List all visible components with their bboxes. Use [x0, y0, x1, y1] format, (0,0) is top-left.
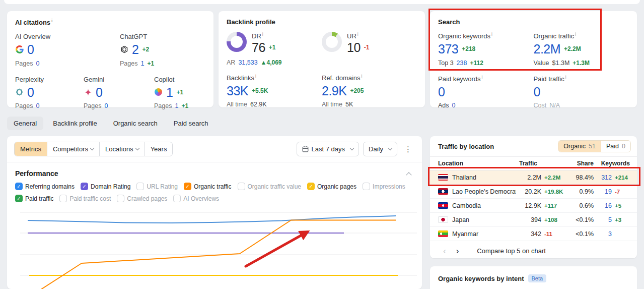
- info-icon[interactable]: i: [262, 32, 263, 37]
- ref-domains-count[interactable]: 2.9K: [322, 84, 346, 97]
- cambodia-flag-icon: [438, 202, 448, 209]
- ads-count[interactable]: 0: [452, 102, 456, 109]
- keywords-count-link[interactable]: 312: [594, 174, 612, 181]
- tab-general[interactable]: General: [7, 117, 43, 130]
- dr-donut-chart: [227, 32, 247, 52]
- chevron-down-icon: [388, 146, 392, 150]
- perplexity-metric: Perplexity 0 Pages0: [15, 76, 84, 109]
- paid-traffic-metric: Paid traffici 0 CostN/A: [534, 75, 629, 109]
- tab-organic-search[interactable]: Organic search: [107, 117, 164, 130]
- info-icon[interactable]: i: [357, 32, 359, 37]
- copilot-logo-icon: [154, 88, 163, 96]
- next-page-arrow[interactable]: ›: [451, 247, 464, 255]
- chatgpt-count[interactable]: 2: [132, 43, 138, 56]
- keywords-by-intent-card: Organic keywords by intent Beta: [430, 266, 637, 289]
- backlinks-metric: Backlinksi 33K+5.5K All time62.9K: [227, 74, 322, 108]
- ur-donut-chart: [322, 32, 342, 52]
- domain-rating-metric: DRi 76+1: [227, 32, 322, 54]
- ai-citations-card: AI citationsi AI Overview 0 Pages0 ChatG…: [7, 11, 213, 107]
- backlink-profile-card: Backlink profile DRi 76+1 URi 10-1 AR 31…: [219, 11, 425, 107]
- keywords-count-link[interactable]: 19: [594, 188, 612, 195]
- backlinks-count[interactable]: 33K: [227, 84, 248, 97]
- checkbox-domain-rating[interactable]: ✓Domain Rating: [81, 183, 130, 190]
- calendar-icon: [302, 146, 309, 152]
- copilot-metric: Copilot 1 +1 Pages1+1: [154, 76, 205, 109]
- dimension-segmented-control: Metrics Competitors Locations Years: [14, 142, 173, 156]
- search-card: Search Organic keywordsi 373+218 Top 323…: [430, 11, 637, 107]
- keywords-count-link[interactable]: 3: [594, 230, 612, 238]
- more-options-kebab-icon[interactable]: ⋮: [401, 144, 415, 155]
- chevron-down-icon: [90, 146, 94, 150]
- paid-traffic-count[interactable]: 0: [534, 85, 540, 98]
- checkbox-impressions[interactable]: Impressions: [363, 183, 405, 190]
- ahrefs-rank-value[interactable]: 31,533: [238, 59, 257, 66]
- table-row-japan[interactable]: Japan 394 +108 <0.1% 5 +3: [430, 213, 637, 227]
- paid-keywords-metric: Paid keywordsi 0 Ads0: [438, 75, 534, 109]
- chevron-down-icon: [135, 146, 139, 150]
- years-filter-button[interactable]: Years: [145, 142, 173, 156]
- granularity-button[interactable]: Daily: [363, 142, 397, 156]
- table-row-laos[interactable]: Lao People's Democratic Reput 20.2K +19.…: [430, 185, 637, 199]
- pages-count[interactable]: 0: [36, 60, 39, 67]
- gemini-count[interactable]: 0: [96, 86, 102, 99]
- ai-citations-row-2: Perplexity 0 Pages0 Gemini 0 Pages0: [15, 76, 205, 109]
- ai-citations-title: AI citationsi: [15, 18, 205, 26]
- checkbox-organic-traffic[interactable]: ✓Organic traffic: [184, 183, 231, 190]
- metrics-filter-button[interactable]: Metrics: [15, 142, 47, 156]
- compare-top5-link[interactable]: Compare top 5 on chart: [477, 247, 546, 255]
- ur-value: 10: [347, 41, 361, 54]
- copilot-count[interactable]: 1: [166, 86, 173, 99]
- organic-keywords-count[interactable]: 373: [438, 42, 458, 55]
- organic-paid-toggle: Organic51 Paid0: [558, 140, 631, 152]
- date-range-button[interactable]: Last 7 days: [297, 142, 360, 156]
- table-row-cambodia[interactable]: Cambodia 12.9K +117 0.6% 16 +5: [430, 199, 637, 213]
- paid-keywords-count[interactable]: 0: [438, 85, 445, 98]
- performance-card: Metrics Competitors Locations Years Last…: [7, 136, 422, 289]
- keywords-count-link[interactable]: 5: [594, 216, 612, 223]
- japan-flag-icon: [438, 216, 448, 223]
- toggle-organic[interactable]: Organic51: [558, 141, 601, 152]
- info-icon[interactable]: i: [575, 32, 576, 37]
- location-table-header: Location Traffic Share Keywords: [430, 157, 637, 170]
- organic-traffic-count[interactable]: 2.2M: [534, 42, 561, 55]
- locations-filter-button[interactable]: Locations: [99, 142, 145, 156]
- ai-overview-count[interactable]: 0: [27, 43, 34, 56]
- info-icon[interactable]: i: [51, 18, 52, 23]
- toggle-paid[interactable]: Paid0: [601, 141, 630, 152]
- table-row-myanmar[interactable]: Myanmar 342 -11 <0.1% 3: [430, 227, 637, 241]
- info-icon[interactable]: i: [565, 75, 566, 80]
- pages-count[interactable]: 0: [104, 102, 108, 109]
- info-icon[interactable]: i: [362, 74, 363, 79]
- pages-count[interactable]: 1: [175, 102, 178, 109]
- prev-page-arrow[interactable]: ‹: [438, 247, 451, 255]
- competitors-filter-button[interactable]: Competitors: [47, 142, 99, 156]
- report-tabs: General Backlink profile Organic search …: [7, 117, 215, 130]
- gemini-logo-icon: [84, 88, 92, 96]
- tab-paid-search[interactable]: Paid search: [167, 117, 215, 130]
- checkbox-url-rating[interactable]: URL Rating: [136, 183, 178, 190]
- pages-count[interactable]: 1: [140, 60, 144, 67]
- perplexity-logo-icon: [15, 88, 24, 96]
- checkbox-organic-pages[interactable]: ✓Organic pages: [307, 183, 356, 190]
- chart-series-lines: [28, 216, 398, 289]
- pages-count[interactable]: 0: [36, 102, 39, 109]
- checkbox-organic-traffic-value[interactable]: Organic traffic value: [238, 183, 302, 190]
- info-icon[interactable]: i: [482, 75, 483, 80]
- perplexity-count[interactable]: 0: [27, 86, 34, 99]
- gemini-metric: Gemini 0 Pages0: [84, 76, 154, 109]
- location-table-footer: ‹ › Compare top 5 on chart: [430, 241, 637, 258]
- top3-count[interactable]: 238: [457, 60, 467, 67]
- tab-backlink-profile[interactable]: Backlink profile: [46, 117, 103, 130]
- collapse-section-chevron-up-icon[interactable]: [406, 172, 411, 178]
- table-row-thailand[interactable]: Thailand 2.2M +2.2M 98.4% 312 +214: [430, 170, 637, 185]
- ai-citations-row-1: AI Overview 0 Pages0 ChatGPT 2 +2 Pages1…: [15, 33, 205, 67]
- keywords-count-link[interactable]: 16: [594, 202, 612, 209]
- dr-value: 76: [252, 41, 265, 54]
- thailand-flag-icon: [438, 174, 448, 181]
- checkbox-referring-domains[interactable]: ✓Referring domains: [15, 183, 75, 190]
- beta-badge: Beta: [528, 274, 547, 282]
- info-icon[interactable]: i: [255, 74, 256, 79]
- info-icon[interactable]: i: [491, 32, 492, 37]
- chart-filter-bar: Metrics Competitors Locations Years Last…: [7, 136, 422, 162]
- performance-line-chart[interactable]: [7, 197, 422, 289]
